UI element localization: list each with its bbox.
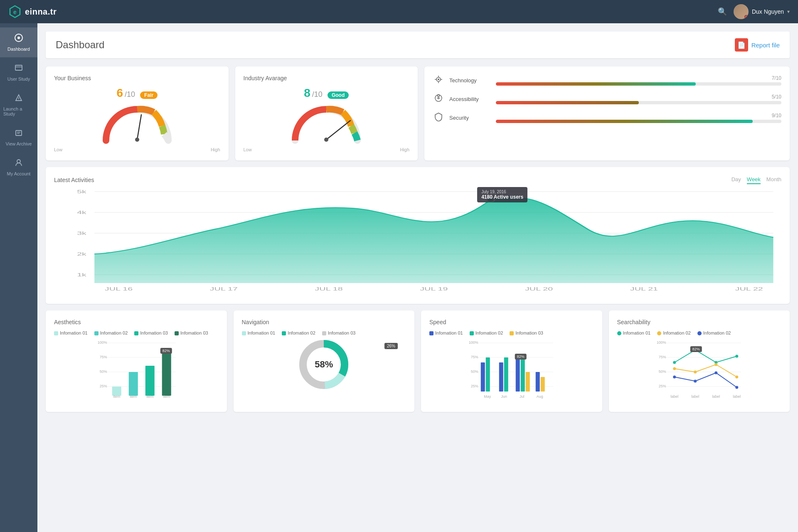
searchability-card: Searchability Infomation 01 Infomation 0… <box>609 310 790 412</box>
svg-rect-80 <box>521 357 525 392</box>
svg-rect-58 <box>162 351 171 396</box>
svg-text:100%: 100% <box>469 340 478 345</box>
svg-point-3 <box>17 37 20 39</box>
svg-text:item: item <box>146 394 153 399</box>
row1: Your Business 6 /10 Fair <box>46 66 790 160</box>
sidebar: Dashboard User Study Launch a Study View… <box>0 23 37 532</box>
svg-rect-76 <box>499 362 503 392</box>
avatar <box>734 4 749 19</box>
svg-text:Jun: Jun <box>501 394 507 399</box>
svg-point-106 <box>714 372 717 374</box>
svg-point-17 <box>438 79 439 80</box>
svg-text:JUL 21: JUL 21 <box>630 286 658 291</box>
donut-top-label: 26% <box>384 343 398 349</box>
svg-text:Aug: Aug <box>537 394 543 399</box>
svg-point-36 <box>486 198 494 202</box>
speed-card: Speed Infomation 01 Infomation 02 Infoma… <box>421 310 602 412</box>
svg-text:JUL 16: JUL 16 <box>105 286 133 291</box>
tab-month[interactable]: Month <box>766 175 781 184</box>
legend-item-3: Infomation 03 <box>134 330 168 335</box>
metrics-card: Technology 7/10 Accessibility <box>424 66 790 160</box>
nav-legend-1: Infomation 01 <box>242 330 276 335</box>
legend-item-1: Infomation 01 <box>54 330 88 335</box>
svg-rect-8 <box>16 131 22 135</box>
svg-text:JUL 17: JUL 17 <box>210 286 238 291</box>
my-account-icon <box>14 158 23 170</box>
search-legend-1: Infomation 01 <box>617 330 651 335</box>
svg-text:1k: 1k <box>77 272 86 277</box>
tab-week[interactable]: Week <box>747 175 761 184</box>
svg-point-11 <box>17 160 20 163</box>
user-name: Dux Nguyen <box>752 8 784 15</box>
svg-text:JUL 18: JUL 18 <box>315 286 343 291</box>
sidebar-item-launch-study[interactable]: Launch a Study <box>0 87 37 122</box>
main-content: Dashboard 📄 Report file Your Business 6 … <box>37 23 798 532</box>
security-bar-bg <box>496 120 781 123</box>
navigation-card: Navigation Infomation 01 Infomation 02 I… <box>234 310 415 412</box>
legend-item-2: Infomation 02 <box>94 330 128 335</box>
speed-legend-3: Infomation 03 <box>510 330 543 335</box>
navigation-title: Navigation <box>242 319 406 325</box>
svg-rect-4 <box>15 65 22 70</box>
sidebar-item-dashboard[interactable]: Dashboard <box>0 27 37 57</box>
technology-icon <box>433 75 444 86</box>
your-business-denom: /10 <box>125 90 135 99</box>
latest-activities-title: Latest Activities <box>54 177 94 183</box>
view-archive-icon <box>14 128 23 140</box>
sidebar-item-my-account[interactable]: My Account <box>0 152 37 182</box>
industry-average-gauge: 8 /10 Good <box>244 86 410 152</box>
your-business-score: 6 <box>116 86 123 100</box>
svg-text:item: item <box>163 394 170 399</box>
launch-study-icon <box>14 93 23 105</box>
svg-text:2k: 2k <box>77 251 86 256</box>
user-area[interactable]: Dux Nguyen ▾ <box>734 4 790 19</box>
activity-tabs: Day Week Month <box>732 175 781 184</box>
speed-legend-1: Infomation 01 <box>429 330 463 335</box>
sidebar-label-my-account: My Account <box>7 171 31 176</box>
svg-text:5k: 5k <box>77 189 86 194</box>
your-business-badge: Fair <box>140 91 158 99</box>
svg-text:50%: 50% <box>471 369 478 374</box>
svg-point-102 <box>714 363 717 366</box>
speed-legend: Infomation 01 Infomation 02 Infomation 0… <box>429 330 594 335</box>
svg-text:25%: 25% <box>100 384 107 388</box>
svg-text:100%: 100% <box>656 340 666 345</box>
technology-bar-wrap: 7/10 <box>496 75 781 86</box>
svg-text:82%: 82% <box>517 355 525 359</box>
sidebar-item-user-study[interactable]: User Study <box>0 57 37 87</box>
security-label: Security <box>449 115 491 121</box>
svg-rect-74 <box>486 357 490 392</box>
accessibility-icon <box>433 94 444 105</box>
sidebar-label-user-study: User Study <box>7 76 30 81</box>
tab-day[interactable]: Day <box>732 175 741 184</box>
svg-text:JUL 22: JUL 22 <box>735 286 763 291</box>
sidebar-item-view-archive[interactable]: View Archive <box>0 122 37 152</box>
svg-rect-86 <box>541 377 545 392</box>
svg-point-107 <box>735 386 738 389</box>
svg-rect-85 <box>536 372 540 392</box>
navigation-legend: Infomation 01 Infomation 02 Infomation 0… <box>242 330 406 335</box>
search-button[interactable]: 🔍 <box>718 7 727 16</box>
security-icon <box>433 112 444 123</box>
security-score: 9/10 <box>496 113 781 118</box>
searchability-title: Searchability <box>617 319 782 325</box>
your-business-gauge-labels: Low High <box>54 147 220 152</box>
accessibility-bar-bg <box>496 101 781 104</box>
svg-text:label: label <box>712 394 720 399</box>
svg-point-104 <box>673 376 676 379</box>
report-file-button[interactable]: 📄 Report file <box>735 38 780 52</box>
accessibility-bar-fill <box>496 101 639 104</box>
svg-point-13 <box>135 138 139 142</box>
dashboard-icon <box>14 33 23 45</box>
industry-average-score: 8 <box>304 86 310 100</box>
svg-text:JUL 20: JUL 20 <box>525 286 553 291</box>
your-business-card: Your Business 6 /10 Fair <box>46 66 229 160</box>
notification-dot <box>744 15 748 19</box>
searchability-chart: 100% 75% 50% 25% <box>617 340 782 402</box>
security-bar-fill <box>496 120 753 123</box>
svg-point-15 <box>324 138 328 142</box>
svg-text:82%: 82% <box>163 349 170 353</box>
accessibility-score: 5/10 <box>496 94 781 100</box>
svg-text:82%: 82% <box>692 347 699 351</box>
aesthetics-title: Aesthetics <box>54 319 219 325</box>
